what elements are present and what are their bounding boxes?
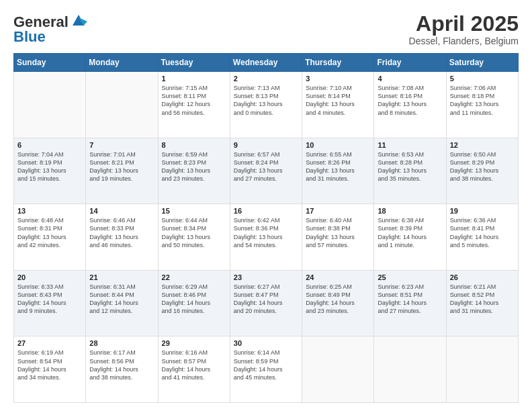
day-number: 13 [17,207,82,215]
calendar-day-cell: 14Sunrise: 6:46 AM Sunset: 8:33 PM Dayli… [86,204,158,271]
day-info: Sunrise: 6:25 AM Sunset: 8:49 PM Dayligh… [306,283,370,316]
calendar-day-cell: 20Sunrise: 6:33 AM Sunset: 8:43 PM Dayli… [14,270,86,336]
day-header-tuesday: Tuesday [158,54,230,72]
calendar-header-row: SundayMondayTuesdayWednesdayThursdayFrid… [14,54,519,72]
day-number: 19 [450,207,515,215]
day-info: Sunrise: 6:44 AM Sunset: 8:34 PM Dayligh… [162,216,226,249]
calendar-day-cell: 13Sunrise: 6:48 AM Sunset: 8:31 PM Dayli… [14,204,86,271]
day-info: Sunrise: 7:04 AM Sunset: 8:19 PM Dayligh… [17,150,82,183]
calendar-day-cell: 18Sunrise: 6:38 AM Sunset: 8:39 PM Dayli… [374,204,446,271]
logo-icon [70,12,87,30]
day-number: 22 [162,273,226,281]
day-header-thursday: Thursday [302,54,374,72]
calendar-day-cell: 21Sunrise: 6:31 AM Sunset: 8:44 PM Dayli… [86,270,158,336]
day-number: 7 [89,141,154,149]
calendar-day-cell: 2Sunrise: 7:13 AM Sunset: 8:13 PM Daylig… [230,72,302,138]
day-number: 25 [378,273,442,281]
calendar-day-cell: 10Sunrise: 6:55 AM Sunset: 8:26 PM Dayli… [302,138,374,204]
day-info: Sunrise: 6:19 AM Sunset: 8:54 PM Dayligh… [17,349,82,381]
day-info: Sunrise: 6:50 AM Sunset: 8:29 PM Dayligh… [450,150,515,183]
day-info: Sunrise: 7:01 AM Sunset: 8:21 PM Dayligh… [89,150,154,183]
calendar-day-cell [86,72,158,138]
calendar-week-row: 1Sunrise: 7:15 AM Sunset: 8:11 PM Daylig… [14,72,519,138]
day-info: Sunrise: 6:48 AM Sunset: 8:31 PM Dayligh… [17,216,82,249]
day-info: Sunrise: 7:08 AM Sunset: 8:16 PM Dayligh… [378,84,442,117]
day-info: Sunrise: 6:40 AM Sunset: 8:38 PM Dayligh… [306,216,370,249]
day-number: 20 [17,273,82,281]
day-info: Sunrise: 7:06 AM Sunset: 8:18 PM Dayligh… [450,84,515,117]
day-info: Sunrise: 6:59 AM Sunset: 8:23 PM Dayligh… [162,150,226,183]
calendar-day-cell [374,336,446,403]
day-info: Sunrise: 6:31 AM Sunset: 8:44 PM Dayligh… [89,283,154,316]
day-number: 26 [450,273,515,281]
calendar-day-cell: 11Sunrise: 6:53 AM Sunset: 8:28 PM Dayli… [374,138,446,204]
day-number: 18 [378,207,442,215]
day-info: Sunrise: 6:53 AM Sunset: 8:28 PM Dayligh… [378,150,442,183]
calendar-day-cell: 1Sunrise: 7:15 AM Sunset: 8:11 PM Daylig… [158,72,230,138]
day-info: Sunrise: 7:13 AM Sunset: 8:13 PM Dayligh… [234,84,298,117]
location: Dessel, Flanders, Belgium [409,36,519,46]
day-number: 1 [162,75,226,83]
day-header-wednesday: Wednesday [230,54,302,72]
logo: General Blue [13,12,87,46]
day-info: Sunrise: 6:27 AM Sunset: 8:47 PM Dayligh… [234,283,298,316]
day-number: 14 [89,207,154,215]
calendar-day-cell: 26Sunrise: 6:21 AM Sunset: 8:52 PM Dayli… [446,270,518,336]
calendar-day-cell: 16Sunrise: 6:42 AM Sunset: 8:36 PM Dayli… [230,204,302,271]
day-info: Sunrise: 7:10 AM Sunset: 8:14 PM Dayligh… [306,84,370,117]
day-info: Sunrise: 6:16 AM Sunset: 8:57 PM Dayligh… [162,349,226,381]
day-number: 29 [162,339,226,347]
calendar-day-cell: 27Sunrise: 6:19 AM Sunset: 8:54 PM Dayli… [14,336,86,403]
day-number: 8 [162,141,226,149]
day-number: 27 [17,339,82,347]
day-number: 30 [234,339,298,347]
day-number: 10 [306,141,370,149]
day-number: 9 [234,141,298,149]
calendar-day-cell: 3Sunrise: 7:10 AM Sunset: 8:14 PM Daylig… [302,72,374,138]
day-number: 16 [234,207,298,215]
day-info: Sunrise: 6:29 AM Sunset: 8:46 PM Dayligh… [162,283,226,316]
calendar-day-cell: 30Sunrise: 6:14 AM Sunset: 8:59 PM Dayli… [230,336,302,403]
day-header-saturday: Saturday [446,54,518,72]
calendar-day-cell: 8Sunrise: 6:59 AM Sunset: 8:23 PM Daylig… [158,138,230,204]
day-number: 15 [162,207,226,215]
day-number: 3 [306,75,370,83]
calendar-day-cell: 5Sunrise: 7:06 AM Sunset: 8:18 PM Daylig… [446,72,518,138]
day-header-monday: Monday [86,54,158,72]
calendar-day-cell: 28Sunrise: 6:17 AM Sunset: 8:56 PM Dayli… [86,336,158,403]
calendar-day-cell: 15Sunrise: 6:44 AM Sunset: 8:34 PM Dayli… [158,204,230,271]
day-number: 21 [89,273,154,281]
calendar-day-cell: 9Sunrise: 6:57 AM Sunset: 8:24 PM Daylig… [230,138,302,204]
day-info: Sunrise: 6:14 AM Sunset: 8:59 PM Dayligh… [234,349,298,381]
day-number: 23 [234,273,298,281]
day-number: 12 [450,141,515,149]
day-info: Sunrise: 6:36 AM Sunset: 8:41 PM Dayligh… [450,216,515,249]
day-info: Sunrise: 6:33 AM Sunset: 8:43 PM Dayligh… [17,283,82,316]
day-header-sunday: Sunday [14,54,86,72]
day-info: Sunrise: 6:46 AM Sunset: 8:33 PM Dayligh… [89,216,154,249]
title-block: April 2025 Dessel, Flanders, Belgium [409,12,519,46]
day-number: 17 [306,207,370,215]
day-number: 4 [378,75,442,83]
day-info: Sunrise: 6:23 AM Sunset: 8:51 PM Dayligh… [378,283,442,316]
day-number: 28 [89,339,154,347]
day-info: Sunrise: 6:17 AM Sunset: 8:56 PM Dayligh… [89,349,154,381]
page: General Blue April 2025 Dessel, Flanders… [0,0,532,411]
calendar-week-row: 27Sunrise: 6:19 AM Sunset: 8:54 PM Dayli… [14,336,519,403]
calendar-day-cell: 23Sunrise: 6:27 AM Sunset: 8:47 PM Dayli… [230,270,302,336]
day-info: Sunrise: 6:38 AM Sunset: 8:39 PM Dayligh… [378,216,442,249]
calendar-week-row: 13Sunrise: 6:48 AM Sunset: 8:31 PM Dayli… [14,204,519,271]
calendar-day-cell: 29Sunrise: 6:16 AM Sunset: 8:57 PM Dayli… [158,336,230,403]
calendar-day-cell: 19Sunrise: 6:36 AM Sunset: 8:41 PM Dayli… [446,204,518,271]
day-number: 11 [378,141,442,149]
calendar-day-cell: 6Sunrise: 7:04 AM Sunset: 8:19 PM Daylig… [14,138,86,204]
calendar-day-cell: 7Sunrise: 7:01 AM Sunset: 8:21 PM Daylig… [86,138,158,204]
calendar-day-cell: 4Sunrise: 7:08 AM Sunset: 8:16 PM Daylig… [374,72,446,138]
day-info: Sunrise: 6:55 AM Sunset: 8:26 PM Dayligh… [306,150,370,183]
calendar-table: SundayMondayTuesdayWednesdayThursdayFrid… [13,53,519,403]
day-info: Sunrise: 6:21 AM Sunset: 8:52 PM Dayligh… [450,283,515,316]
day-info: Sunrise: 6:57 AM Sunset: 8:24 PM Dayligh… [234,150,298,183]
calendar-week-row: 6Sunrise: 7:04 AM Sunset: 8:19 PM Daylig… [14,138,519,204]
day-number: 5 [450,75,515,83]
calendar-day-cell: 17Sunrise: 6:40 AM Sunset: 8:38 PM Dayli… [302,204,374,271]
